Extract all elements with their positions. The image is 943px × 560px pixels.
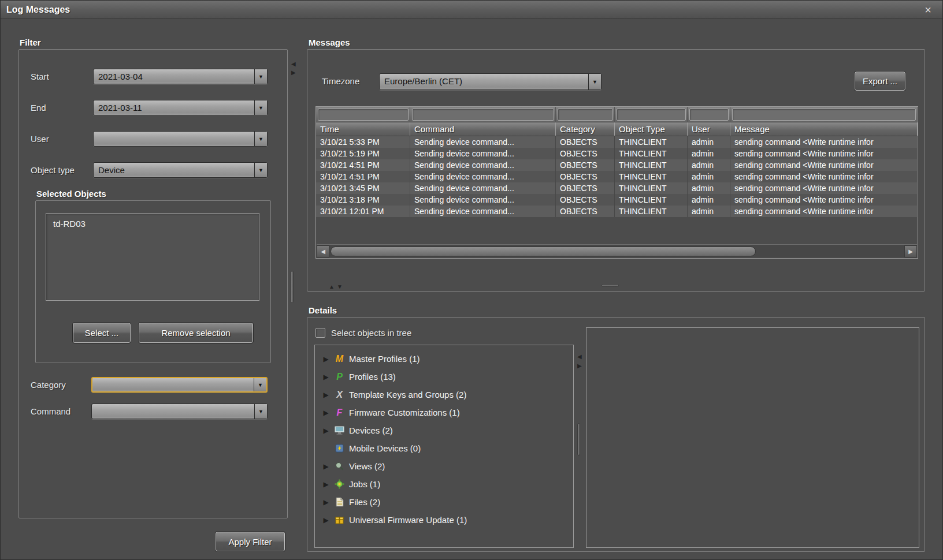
close-icon[interactable]: × [920, 2, 935, 17]
start-label: Start [31, 69, 49, 84]
column-header[interactable]: Command [410, 122, 556, 136]
user-dropdown-arrow-icon[interactable]: ▼ [254, 132, 267, 146]
tree-item-jobs[interactable]: ▶Jobs (1) [318, 475, 571, 493]
end-date-combo[interactable]: 2021-03-11 ▼ [93, 100, 268, 115]
files-icon [334, 497, 345, 507]
tree-item-views[interactable]: ▶Views (2) [318, 457, 571, 475]
table-row[interactable]: 3/10/21 4:51 PMSending device command...… [316, 159, 918, 171]
expand-arrow-icon[interactable]: ▶ [322, 373, 330, 381]
column-header[interactable]: Message [730, 122, 918, 136]
command-value [92, 404, 254, 419]
table-cell: sending command <Write runtime infor [730, 148, 918, 159]
table-cell: sending command <Write runtime infor [730, 194, 918, 206]
table-cell: 3/10/21 4:51 PM [316, 159, 410, 171]
horizontal-splitter-handle[interactable] [602, 284, 619, 287]
expand-arrow-icon[interactable]: ▶ [322, 409, 330, 417]
table-cell: admin [688, 194, 730, 206]
export-button[interactable]: Export ... [855, 72, 905, 91]
tree-item-label: Mobile Devices (0) [349, 443, 421, 453]
expand-arrow-icon[interactable]: ▶ [322, 427, 330, 435]
user-combo[interactable]: ▼ [93, 131, 268, 147]
table-row[interactable]: 3/10/21 5:33 PMSending device command...… [316, 136, 918, 148]
remove-selection-button[interactable]: Remove selection [139, 323, 253, 343]
column-header[interactable]: Time [316, 122, 410, 136]
timezone-dropdown-arrow-icon[interactable]: ▼ [588, 74, 601, 89]
expand-arrow-icon[interactable]: ▶ [322, 355, 330, 363]
column-header[interactable]: User [688, 122, 730, 136]
expand-arrow-icon[interactable]: ▶ [322, 462, 330, 471]
table-row[interactable]: 3/10/21 5:19 PMSending device command...… [316, 148, 918, 159]
window-titlebar[interactable]: Log Messages × [1, 1, 942, 19]
table-cell: sending command <Write runtime infor [730, 136, 918, 148]
table-row[interactable]: 3/10/21 3:18 PMSending device command...… [316, 194, 918, 206]
tree-item-mobile-devices[interactable]: Mobile Devices (0) [318, 439, 571, 457]
apply-filter-button[interactable]: Apply Filter [216, 532, 285, 551]
column-filter-input[interactable] [318, 109, 409, 121]
timezone-label: Timezone [322, 73, 359, 89]
timezone-combo[interactable]: Europe/Berlin (CET) ▼ [379, 73, 602, 90]
column-header[interactable]: Category [556, 122, 615, 136]
select-objects-checkbox[interactable] [315, 328, 325, 338]
table-cell: 3/10/21 4:51 PM [316, 171, 410, 182]
table-row[interactable]: 3/10/21 4:51 PMSending device command...… [316, 171, 918, 182]
expand-arrow-icon[interactable]: ▶ [322, 391, 330, 399]
column-filter-input[interactable] [732, 109, 916, 121]
details-splitter-handle[interactable] [577, 423, 580, 456]
table-cell: 3/10/21 5:19 PM [316, 148, 410, 159]
command-combo[interactable]: ▼ [91, 404, 268, 419]
table-cell: admin [688, 182, 730, 194]
splitter-up-icon[interactable]: ▲ [329, 284, 335, 290]
tree-item-profiles[interactable]: ▶PProfiles (13) [318, 368, 571, 386]
expand-arrow-icon[interactable]: ▶ [322, 480, 330, 488]
splitter-collapse-left-icon[interactable]: ◀ [291, 61, 296, 67]
table-header-row: TimeCommandCategoryObject TypeUserMessag… [316, 122, 918, 136]
horizontal-scrollbar[interactable]: ◀ ▶ [317, 244, 917, 257]
start-date-combo[interactable]: 2021-03-04 ▼ [93, 69, 268, 84]
scroll-left-icon[interactable]: ◀ [317, 245, 329, 257]
table-cell: Sending device command... [410, 148, 556, 159]
user-value [94, 132, 254, 146]
scrollbar-thumb[interactable] [331, 247, 756, 256]
tree-item-master-profiles[interactable]: ▶MMaster Profiles (1) [318, 350, 571, 368]
splitter-down-icon[interactable]: ▼ [337, 284, 343, 290]
object-type-dropdown-arrow-icon[interactable]: ▼ [254, 163, 267, 177]
column-filter-input[interactable] [617, 109, 686, 121]
end-dropdown-arrow-icon[interactable]: ▼ [254, 100, 267, 115]
category-dropdown-arrow-icon[interactable]: ▼ [254, 378, 266, 391]
category-combo[interactable]: ▼ [91, 377, 268, 393]
selected-objects-list[interactable]: td-RD03 [46, 213, 259, 301]
object-type-combo[interactable]: Device ▼ [93, 162, 268, 178]
scroll-right-icon[interactable]: ▶ [904, 245, 917, 257]
scrollbar-track[interactable] [329, 245, 904, 257]
column-filter-input[interactable] [412, 109, 554, 121]
tree-item-universal-firmware-update[interactable]: ▶Universal Firmware Update (1) [318, 511, 571, 529]
select-button[interactable]: Select ... [73, 323, 131, 343]
expand-arrow-icon[interactable]: ▶ [322, 498, 330, 506]
vertical-splitter-handle[interactable] [291, 271, 294, 303]
selected-objects-title: Selected Objects [36, 189, 106, 199]
table-row[interactable]: 3/10/21 3:45 PMSending device command...… [316, 182, 918, 194]
selected-object-item[interactable]: td-RD03 [46, 214, 259, 234]
table-cell: Sending device command... [410, 171, 556, 182]
expand-arrow-icon[interactable]: ▶ [322, 516, 330, 524]
table-cell: Sending device command... [410, 159, 556, 171]
column-filter-input[interactable] [689, 109, 729, 121]
tree-item-devices[interactable]: ▶Devices (2) [318, 421, 571, 439]
command-dropdown-arrow-icon[interactable]: ▼ [254, 404, 267, 419]
jobs-icon [334, 479, 345, 490]
column-filter-input[interactable] [558, 109, 613, 121]
details-splitter-right-icon[interactable]: ▶ [577, 363, 582, 369]
table-row[interactable]: 3/10/21 12:01 PMSending device command..… [316, 206, 918, 217]
start-dropdown-arrow-icon[interactable]: ▼ [254, 69, 267, 84]
details-message-pane[interactable] [586, 327, 919, 548]
column-header[interactable]: Object Type [615, 122, 688, 136]
splitter-collapse-right-icon[interactable]: ▶ [291, 70, 296, 76]
table-cell: Sending device command... [410, 194, 556, 206]
details-splitter-left-icon[interactable]: ◀ [577, 354, 582, 360]
profiles-icon: P [334, 372, 345, 382]
tree-item-template-keys[interactable]: ▶XTemplate Keys and Groups (2) [318, 386, 571, 404]
tree-item-firmware-customizations[interactable]: ▶FFirmware Customizations (1) [318, 404, 571, 421]
user-label: User [31, 131, 49, 147]
tree-item-files[interactable]: ▶Files (2) [318, 493, 571, 511]
tree-item-label: Views (2) [349, 461, 385, 471]
